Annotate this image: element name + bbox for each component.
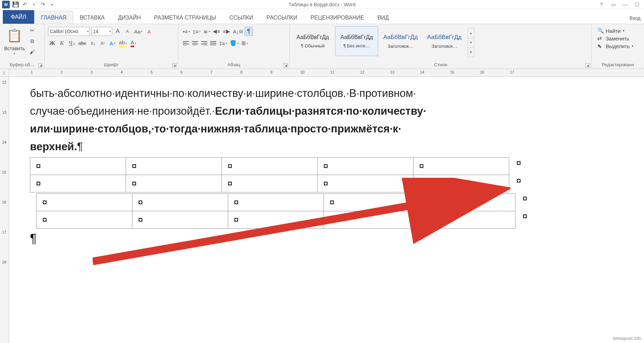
increase-indent-icon[interactable]: ≡▶ [222,27,231,36]
minimize-icon[interactable]: — [622,1,629,8]
table-row[interactable]: ¤¤¤¤¤ [30,157,509,175]
row-end-mark: ¤ [516,193,527,204]
font-dialog-launcher[interactable]: ◢ [172,63,177,68]
font-name-combo[interactable]: Calibri (Осно▾ [48,27,90,36]
group-clipboard: 📋 Вставить ▾ ✂ ⧉ 🖌 Буфер об… ◢ [0,24,45,69]
save-icon[interactable]: 💾 [13,1,19,8]
undo-icon[interactable]: ↶ [22,1,28,8]
gallery-down-icon[interactable]: ▼ [468,38,474,47]
table-2[interactable]: ¤¤¤¤¤ ¤¤¤¤¤ [36,193,515,229]
shrink-font-icon[interactable]: A [123,27,132,36]
gallery-more-icon[interactable]: ▼ [468,48,474,57]
table-row[interactable]: ¤¤¤¤¤ [37,193,515,211]
sort-icon[interactable]: А↓Я [232,27,244,36]
show-hide-marks-button[interactable]: ¶ [245,27,253,36]
strikethrough-button[interactable]: abc [77,39,87,48]
decrease-indent-icon[interactable]: ◀≡ [212,27,221,36]
help-icon[interactable]: ? [598,1,605,8]
italic-button[interactable]: К [58,39,66,48]
replace-button[interactable]: ⇄Заменить [597,35,634,41]
ribbon-display-icon[interactable]: ▭ [610,1,617,8]
bullets-icon[interactable]: •≡ [182,27,191,36]
row-end-mark: ¤ [510,175,521,186]
subscript-button[interactable]: X [89,39,97,48]
tab-design[interactable]: ДИЗАЙН [111,11,148,24]
clear-formatting-icon[interactable]: A [145,27,153,36]
group-font: Calibri (Осно▾ 14▾ A A Aa A Ж К Ч abc X … [45,24,178,69]
paste-button[interactable]: Вставить [4,46,25,51]
maximize-icon[interactable]: ☐ [634,1,641,8]
paragraph-text: быть·абсолютно·идентичны·по·количеству·и… [30,84,616,156]
shading-icon[interactable]: 🪣 [229,39,240,48]
text-effects-icon[interactable]: A [108,39,117,48]
tab-selector[interactable]: L [0,69,9,77]
bold-button[interactable]: Ж [48,39,56,48]
superscript-button[interactable]: X [99,39,107,48]
qat-customize-icon[interactable]: ▾ [49,1,55,8]
sign-in-link[interactable]: Вход [629,15,641,21]
table-1[interactable]: ¤¤¤¤¤ ¤¤¤¤¤ [30,157,509,192]
change-case-icon[interactable]: Aa [133,27,143,36]
cut-icon[interactable]: ✂ [28,27,36,35]
format-painter-icon[interactable]: 🖌 [28,48,36,55]
document-page[interactable]: быть·абсолютно·идентичны·по·количеству·и… [9,77,644,343]
redo-icon[interactable]: ↷ [40,1,46,8]
copy-icon[interactable]: ⧉ [28,37,36,45]
group-label-editing: Редактировани [592,61,644,69]
gallery-up-icon[interactable]: ▲ [468,29,474,38]
ruler-row: L 1 2 3 4 5 6 7 8 9 10 11 12 13 14 15 16… [0,69,644,77]
line-spacing-icon[interactable]: ‡≡ [218,39,228,48]
align-justify-icon[interactable] [209,39,217,47]
paste-icon[interactable]: 📋 [5,26,24,45]
grow-font-icon[interactable]: A [114,27,122,36]
group-label-clipboard: Буфер об… ◢ [0,61,44,69]
style-normal[interactable]: АаБбВвГгДд ¶ Обычный [291,26,334,56]
tab-page-layout[interactable]: РАЗМЕТКА СТРАНИЦЫ [147,11,223,24]
tab-review[interactable]: РЕЦЕНЗИРОВАНИЕ [304,11,371,24]
font-color-icon[interactable]: A [129,39,138,48]
paragraph-dialog-launcher[interactable]: ◢ [284,63,288,68]
tab-insert[interactable]: ВСТАВКА [73,11,111,24]
ribbon-tabs: ФАЙЛ ГЛАВНАЯ ВСТАВКА ДИЗАЙН РАЗМЕТКА СТР… [0,9,644,24]
paragraph-end-mark: ¶ [30,231,616,246]
find-button[interactable]: 🔍Найти ▾ [597,28,634,34]
ribbon: 📋 Вставить ▾ ✂ ⧉ 🖌 Буфер об… ◢ Calibri (… [0,24,644,69]
styles-gallery: АаБбВвГгДд ¶ Обычный АаБбВвГгДд ¶ Без ин… [290,24,476,61]
horizontal-ruler[interactable]: 1 2 3 4 5 6 7 8 9 10 11 12 13 14 15 16 1… [9,69,644,76]
align-left-icon[interactable] [182,39,190,47]
quick-access-toolbar: W 💾 ↶ ▾ ↷ ▾ [0,1,55,8]
tab-home[interactable]: ГЛАВНАЯ [34,11,73,24]
style-heading-1[interactable]: АаБбВвГгДд Заголовок… [379,26,422,56]
group-label-styles: Стили ◢ [290,61,591,69]
style-no-spacing[interactable]: АаБбВвГгДд ¶ Без инте… [335,26,378,56]
table-row[interactable]: ¤¤¤¤¤ [30,175,509,192]
tab-references[interactable]: ССЫЛКИ [223,11,260,24]
clipboard-dialog-launcher[interactable]: ◢ [38,63,43,68]
word-app-icon[interactable]: W [2,1,10,8]
numbering-icon[interactable]: 1≡ [192,27,202,36]
replace-icon: ⇄ [597,35,604,41]
title-bar: W 💾 ↶ ▾ ↷ ▾ Таблицы в Ворде.docx - Word … [0,0,644,9]
style-heading-2[interactable]: АаБбВвГгДд Заголовок… [423,26,466,56]
align-center-icon[interactable] [191,39,199,47]
multilevel-list-icon[interactable]: ≣ [202,27,211,36]
group-label-font: Шрифт ◢ [45,61,178,69]
highlight-color-icon[interactable]: ab [118,39,128,48]
row-end-mark: ¤ [516,211,527,222]
tab-file[interactable]: ФАЙЛ [3,10,34,24]
borders-icon[interactable]: ⊞ [240,39,249,48]
select-button[interactable]: ⬉Выделить ▾ [597,43,634,49]
tab-view[interactable]: ВИД [371,11,395,24]
tab-mailings[interactable]: РАССЫЛКИ [260,11,304,24]
group-paragraph: •≡ 1≡ ≣ ◀≡ ≡▶ А↓Я ¶ ‡≡ 🪣 ⊞ [178,24,290,69]
align-right-icon[interactable] [200,39,208,47]
undo-dropdown-icon[interactable]: ▾ [31,1,37,8]
styles-dialog-launcher[interactable]: ◢ [585,63,590,68]
row-end-mark: ¤ [510,158,521,168]
underline-button[interactable]: Ч [68,39,76,48]
table-row[interactable]: ¤¤¤¤¤ [37,211,515,228]
group-styles: АаБбВвГгДд ¶ Обычный АаБбВвГгДд ¶ Без ин… [290,24,592,69]
group-label-paragraph: Абзац ◢ [178,61,289,69]
font-size-combo[interactable]: 14▾ [91,27,112,36]
vertical-ruler[interactable]: 12 13 14 15 16 17 18 [0,77,9,343]
